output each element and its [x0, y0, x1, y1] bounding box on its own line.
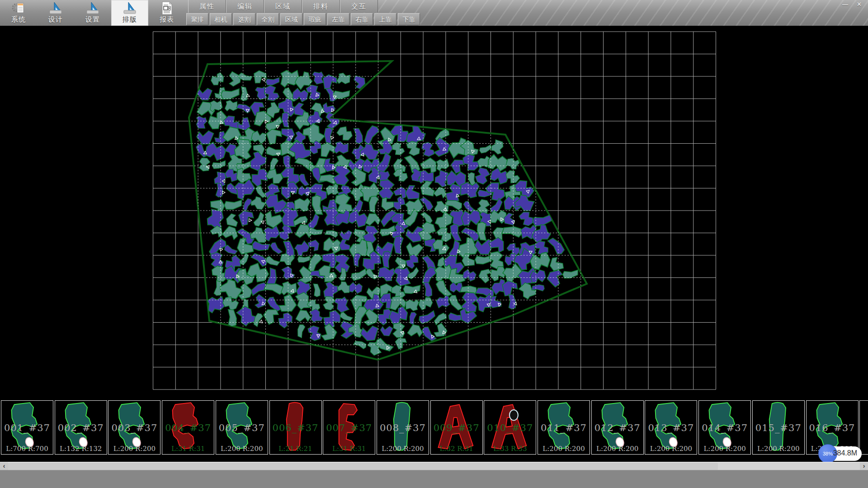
piece-label: 004_#37 — [162, 422, 214, 433]
settings-icon — [85, 1, 100, 15]
piece-lr-count: L:200 R:200 — [592, 445, 643, 453]
strip-piece-003_#37[interactable]: 003_#37L:200 R:200 — [108, 400, 160, 455]
piece-label: 012_#37 — [592, 422, 643, 433]
piece-lr-count: L:21 R:21 — [270, 445, 321, 453]
piece-lr-count: L:200 R:200 — [645, 445, 697, 453]
piece-label: 001_#37 — [1, 422, 53, 433]
piece-label: 009_#37 — [431, 422, 482, 433]
menu-item-排料[interactable]: 排料 — [302, 0, 340, 13]
system-icon — [11, 1, 26, 15]
tool-item-选割[interactable]: 选割 — [233, 13, 255, 25]
tool-item-瑕疵[interactable]: 瑕疵 — [304, 13, 326, 25]
nest-drawing — [0, 26, 868, 462]
tool-item-聚排[interactable]: 聚排 — [186, 13, 208, 25]
menu-item-交互[interactable]: 交互 — [340, 0, 378, 13]
piece-lr-count: L:200 R:200 — [108, 445, 160, 453]
main-button-label: 设置 — [74, 15, 111, 24]
scroll-left-button[interactable]: ‹ — [0, 462, 8, 470]
main-button-label: 设计 — [37, 15, 74, 24]
main-button-label: 报表 — [148, 15, 185, 24]
strip-piece-002_#37[interactable]: 002_#37L:132 R:132 — [55, 400, 107, 455]
window-controls: — ✕ — [839, 1, 865, 8]
scroll-right-button[interactable]: › — [860, 462, 868, 470]
piece-lr-count: L:31 R:31 — [323, 445, 375, 453]
piece-label: 014_#37 — [699, 422, 750, 433]
memory-value: 384.8M — [833, 449, 857, 457]
tool-item-全割[interactable]: 全割 — [257, 13, 279, 25]
piece-lr-count: L:132 R:132 — [55, 445, 107, 453]
strip-piece-007_#37[interactable]: 007_#37L:31 R:31 — [323, 400, 375, 455]
piece-lr-count: L:200 R:200 — [699, 445, 750, 453]
menu-item-编辑[interactable]: 编辑 — [226, 0, 264, 13]
minimize-button[interactable]: — — [839, 1, 851, 8]
report-icon — [160, 1, 174, 15]
strip-piece-010_#37[interactable]: 010_#37L:33 R:33 — [484, 400, 536, 455]
main-button-设置[interactable]: 设置 — [74, 0, 111, 26]
piece-label: 0 — [860, 422, 868, 433]
piece-lr-count: L:200 R:200 — [538, 445, 590, 453]
piece-strip: 001_#37L:700 R:700002_#37L:132 R:132003_… — [0, 399, 868, 457]
layout-icon — [123, 1, 137, 15]
main-button-报表[interactable]: 报表 — [148, 0, 185, 26]
tool-item-下靠[interactable]: 下靠 — [398, 13, 420, 25]
toolbar: 系统设计设置排版报表 属性编辑区域排料交互 聚排相机选割全割区域瑕疵左靠右靠上靠… — [0, 0, 868, 26]
tool-item-上靠[interactable]: 上靠 — [374, 13, 396, 25]
strip-piece-0[interactable]: 0L: — [859, 400, 868, 455]
piece-label: 010_#37 — [484, 422, 536, 433]
toolbar-texture — [362, 0, 868, 26]
status-bar — [0, 470, 868, 488]
tool-item-区域[interactable]: 区域 — [280, 13, 302, 25]
strip-piece-013_#37[interactable]: 013_#37L:200 R:200 — [645, 400, 697, 455]
strip-piece-009_#37[interactable]: 009_#37L:32 R:31 — [430, 400, 483, 455]
strip-piece-011_#37[interactable]: 011_#37L:200 R:200 — [538, 400, 590, 455]
design-icon — [48, 1, 63, 15]
main-button-设计[interactable]: 设计 — [37, 0, 74, 26]
main-button-label: 系统 — [0, 15, 37, 24]
piece-lr-count: L:200 R:200 — [753, 445, 804, 453]
main-button-系统[interactable]: 系统 — [0, 0, 37, 26]
memory-badge: 38% 384.8M — [819, 446, 862, 461]
piece-label: 006_#37 — [270, 422, 321, 433]
strip-piece-015_#37[interactable]: 015_#37L:200 R:200 — [752, 400, 805, 455]
menu-bar: 属性编辑区域排料交互 — [188, 0, 378, 13]
piece-label: 007_#37 — [323, 422, 375, 433]
strip-piece-008_#37[interactable]: 008_#37L:200 R:200 — [377, 400, 429, 455]
piece-label: 016_#37 — [807, 422, 858, 433]
strip-piece-004_#37[interactable]: 004_#37L:31 R:31 — [162, 400, 214, 455]
strip-piece-014_#37[interactable]: 014_#37L:200 R:200 — [698, 400, 751, 455]
horizontal-scrollbar[interactable]: ‹ › — [0, 462, 868, 470]
nesting-canvas[interactable] — [0, 26, 868, 462]
piece-lr-count: L:33 R:33 — [484, 445, 536, 453]
piece-label: 005_#37 — [216, 422, 268, 433]
menu-item-属性[interactable]: 属性 — [188, 0, 226, 13]
piece-lr-count: L:31 R:31 — [162, 445, 214, 453]
piece-label: 008_#37 — [377, 422, 429, 433]
close-button[interactable]: ✕ — [853, 1, 865, 8]
piece-label: 013_#37 — [645, 422, 697, 433]
piece-label: 002_#37 — [55, 422, 107, 433]
piece-label: 003_#37 — [108, 422, 160, 433]
piece-label: 015_#37 — [753, 422, 804, 433]
main-button-label: 排版 — [111, 15, 148, 24]
strip-piece-001_#37[interactable]: 001_#37L:700 R:700 — [1, 400, 53, 455]
scroll-thumb[interactable] — [8, 463, 718, 470]
piece-lr-count: L:200 R:200 — [377, 445, 429, 453]
piece-lr-count: L:32 R:31 — [431, 445, 482, 453]
strip-piece-006_#37[interactable]: 006_#37L:21 R:21 — [269, 400, 322, 455]
piece-lr-count: L:700 R:700 — [1, 445, 53, 453]
main-button-排版[interactable]: 排版 — [111, 0, 148, 26]
strip-piece-005_#37[interactable]: 005_#37L:200 R:200 — [216, 400, 268, 455]
piece-label: 011_#37 — [538, 422, 590, 433]
tool-item-相机[interactable]: 相机 — [210, 13, 232, 25]
menu-item-区域[interactable]: 区域 — [264, 0, 302, 13]
tool-bar: 聚排相机选割全割区域瑕疵左靠右靠上靠下靠 — [186, 13, 420, 26]
tool-item-右靠[interactable]: 右靠 — [351, 13, 373, 25]
piece-lr-count: L:200 R:200 — [216, 445, 268, 453]
tool-item-左靠[interactable]: 左靠 — [327, 13, 349, 25]
strip-piece-012_#37[interactable]: 012_#37L:200 R:200 — [591, 400, 644, 455]
